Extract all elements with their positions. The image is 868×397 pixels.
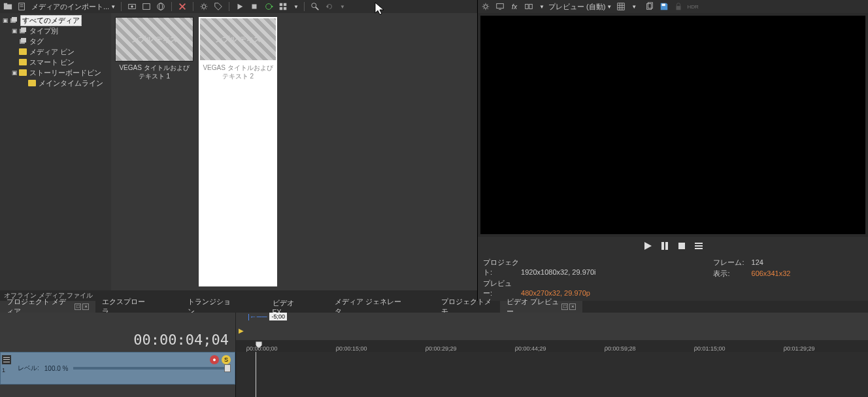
preview-video[interactable] — [480, 16, 865, 234]
svg-point-21 — [312, 3, 316, 8]
undo-icon[interactable] — [324, 1, 335, 12]
delete-icon[interactable] — [177, 1, 188, 12]
svg-point-9 — [159, 3, 162, 10]
media-caption: VEGAS タイトルおよびテキスト 1 — [115, 61, 193, 82]
close-icon[interactable]: × — [82, 303, 89, 310]
svg-rect-7 — [143, 4, 150, 10]
capture-icon[interactable] — [127, 1, 137, 12]
track-menu-icon[interactable] — [2, 355, 11, 364]
project-value: 1920x1080x32, 29.970i — [521, 268, 595, 276]
folder-icon[interactable] — [3, 1, 13, 12]
svg-point-15 — [266, 4, 272, 10]
svg-rect-1 — [4, 3, 7, 5]
svg-rect-19 — [280, 7, 282, 10]
tree-label: タイプ別 — [29, 26, 58, 36]
project-label: プロジェクト: — [483, 258, 519, 277]
media-caption: VEGAS タイトルおよびテキスト 2 — [199, 61, 277, 82]
tree-by-type[interactable]: ▣ タイプ別 — [0, 26, 111, 36]
svg-rect-37 — [662, 4, 665, 7]
lock-icon[interactable] — [673, 1, 684, 12]
fx-icon[interactable]: fx — [509, 1, 520, 12]
svg-rect-42 — [678, 243, 685, 249]
timeline-marker[interactable]: |←── -5;00 — [248, 313, 287, 320]
tree-smart-bin[interactable]: スマート ビン — [0, 57, 111, 67]
ruler-tick: 00:00:29;29 — [426, 345, 457, 352]
undo-dropdown-icon[interactable]: ▼ — [340, 4, 345, 10]
display-label: 表示: — [713, 269, 749, 279]
tab-video-preview[interactable]: ビデオ プレビュー □× — [500, 301, 582, 313]
preview-quality-dropdown[interactable]: プレビュー (自動) ▼ — [548, 2, 612, 12]
svg-rect-41 — [665, 242, 668, 250]
media-item[interactable]: ンプル テキス VEGAS タイトルおよびテキスト 2 — [199, 17, 277, 286]
media-item[interactable]: ンプル テキス VEGAS タイトルおよびテキスト 1 — [115, 17, 193, 286]
undock-icon[interactable]: □ — [75, 303, 81, 310]
svg-point-30 — [484, 5, 487, 8]
tab-video-fx[interactable]: ビデオ FX — [266, 301, 309, 313]
tab-transitions[interactable]: トランジション — [181, 301, 240, 313]
play-icon[interactable] — [235, 1, 245, 12]
media-thumb: ンプル テキス — [199, 17, 277, 61]
svg-marker-39 — [644, 242, 652, 250]
view-dropdown-icon[interactable]: ▼ — [293, 4, 299, 10]
svg-line-22 — [316, 7, 318, 10]
svg-rect-27 — [21, 27, 26, 32]
preview-value: 480x270x32, 29.970p — [521, 289, 590, 297]
tree-storyboard-bin[interactable]: ▣ ストーリーボードビン — [0, 67, 111, 78]
save-icon[interactable] — [659, 1, 669, 12]
track-solo-icon[interactable]: S — [222, 355, 231, 364]
undock-icon[interactable]: □ — [561, 303, 568, 310]
svg-rect-17 — [280, 3, 282, 6]
slider-handle[interactable] — [224, 364, 231, 372]
tab-media-generators[interactable]: メディア ジェネレータ — [328, 301, 409, 313]
panel-tabs: プロジェクト メディア □× エクスプローラ トランジション ビデオ FX メデ… — [0, 301, 868, 313]
split-icon[interactable] — [524, 1, 534, 12]
stop-icon[interactable] — [249, 1, 259, 12]
split-dropdown-icon[interactable]: ▼ — [539, 4, 544, 10]
svg-marker-13 — [238, 4, 243, 10]
timeline-ruler[interactable]: |←── -5;00 ▶ 00:00:00;00 00:00:15;00 00:… — [235, 313, 868, 352]
close-icon[interactable]: × — [569, 303, 576, 310]
copy-icon[interactable] — [644, 1, 655, 12]
search-icon[interactable] — [310, 1, 320, 12]
video-track-header[interactable]: 1 レベル: 100.0 % ● S — [0, 352, 235, 385]
tree-media-bin[interactable]: メディア ビン — [0, 46, 111, 57]
pause-icon[interactable] — [659, 241, 670, 251]
ruler-tick: 00:00:15;00 — [336, 345, 367, 352]
grid-dropdown-icon[interactable]: ▼ — [631, 4, 637, 10]
stop-icon[interactable] — [676, 241, 687, 251]
tree-all-media[interactable]: ▣ すべてのメディア — [0, 15, 111, 26]
gear-icon[interactable] — [480, 1, 491, 12]
menu-icon[interactable] — [693, 241, 704, 251]
gear-icon[interactable] — [199, 1, 209, 12]
scan-icon[interactable] — [141, 1, 152, 12]
tree-main-timeline[interactable]: メインタイムライン — [0, 78, 111, 88]
timeline-track-area[interactable] — [235, 352, 868, 397]
grid-icon[interactable] — [616, 1, 626, 12]
import-media-dropdown[interactable]: メディアのインポート...▼ — [31, 2, 116, 12]
properties-icon[interactable] — [17, 1, 27, 12]
media-tree: ▣ すべてのメディア ▣ タイプ別 タグ メディア ビン — [0, 13, 111, 290]
external-monitor-icon[interactable] — [495, 1, 505, 12]
web-icon[interactable] — [156, 1, 166, 12]
tag-icon[interactable] — [213, 1, 224, 12]
svg-marker-16 — [271, 5, 273, 8]
frame-value: 124 — [752, 258, 763, 266]
svg-rect-38 — [676, 6, 681, 10]
tree-label: スマート ビン — [29, 58, 75, 67]
tab-explorer[interactable]: エクスプローラ — [95, 301, 154, 313]
timeline-flag-icon[interactable]: ▶ — [239, 327, 244, 334]
svg-point-8 — [158, 3, 165, 10]
track-mute-icon[interactable]: ● — [210, 355, 219, 364]
hdr-icon[interactable]: HDR — [688, 1, 698, 12]
play-icon[interactable] — [643, 241, 653, 251]
tree-tags[interactable]: タグ — [0, 36, 111, 46]
tab-project-notes[interactable]: プロジェクトメモ — [435, 301, 500, 313]
track-level-slider[interactable] — [73, 367, 231, 370]
preview-label: プレビュー: — [483, 279, 519, 298]
svg-rect-40 — [661, 242, 664, 250]
loop-icon[interactable] — [263, 1, 274, 12]
timecode-display[interactable]: 00:00:04;04 — [0, 313, 235, 352]
tab-project-media[interactable]: プロジェクト メディア □× — [0, 301, 95, 313]
view-icon[interactable] — [278, 1, 288, 12]
media-grid: ンプル テキス VEGAS タイトルおよびテキスト 1 ンプル テキス VEGA… — [111, 13, 477, 290]
